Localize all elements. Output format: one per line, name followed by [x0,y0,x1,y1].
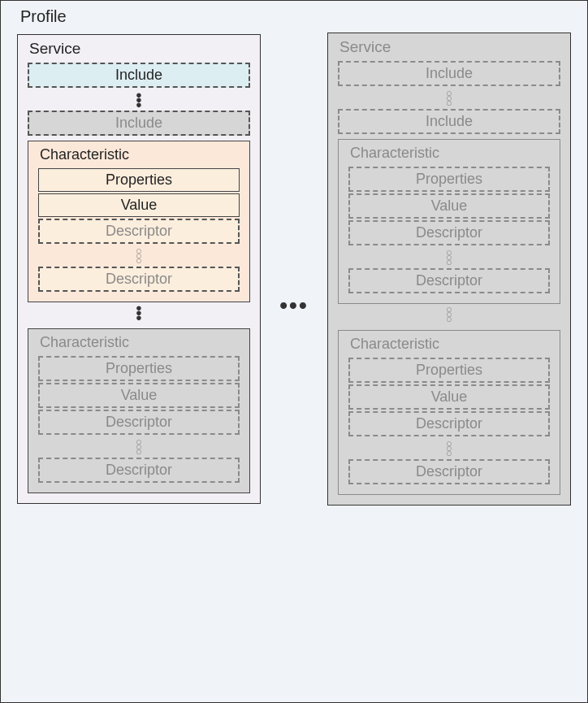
vertical-ellipsis-icon: ○○○ [38,436,240,458]
value-box: Value [38,193,240,217]
properties-box: Properties [38,168,240,192]
properties-box: Properties [38,356,240,381]
profile-title: Profile [20,7,571,26]
properties-box: Properties [348,358,550,383]
characteristic-title: Characteristic [350,336,550,353]
characteristic-title: Characteristic [40,146,240,163]
value-box: Value [348,193,550,219]
vertical-ellipsis-icon: ○○○ [338,88,560,109]
include-box: Include [28,63,250,88]
services-row: Service Include ●●● Include Characterist… [17,33,571,506]
characteristic-primary: Characteristic Properties Value Descript… [28,141,250,302]
descriptor-box: Descriptor [38,410,240,435]
descriptor-box: Descriptor [38,219,240,244]
characteristic-title: Characteristic [40,334,240,351]
characteristic-title: Characteristic [350,145,550,162]
service-title: Service [339,38,560,56]
profile-container: Profile Service Include ●●● Include Char… [0,0,588,703]
include-box: Include [28,111,250,136]
descriptor-box: Descriptor [348,268,550,293]
service-faded: Service Include ○○○ Include Characterist… [327,33,571,506]
service-title: Service [29,40,250,58]
vertical-ellipsis-icon: ○○○ [348,438,550,459]
vertical-ellipsis-icon: ○○○ [38,245,240,267]
descriptor-box: Descriptor [38,458,240,483]
include-box: Include [338,109,560,134]
descriptor-box: Descriptor [348,459,550,484]
vertical-ellipsis-icon: ○○○ [338,304,560,325]
vertical-ellipsis-icon: ●●● [28,302,250,323]
value-box: Value [38,383,240,408]
characteristic-faded: Characteristic Properties Value Descript… [338,139,560,304]
include-box: Include [338,61,560,86]
horizontal-ellipsis-icon: ••• [275,293,313,319]
vertical-ellipsis-icon: ○○○ [348,247,550,268]
properties-box: Properties [348,167,550,192]
vertical-ellipsis-icon: ●●● [28,89,250,111]
value-box: Value [348,384,550,410]
descriptor-box: Descriptor [348,220,550,245]
descriptor-box: Descriptor [348,411,550,436]
service-primary: Service Include ●●● Include Characterist… [17,34,261,504]
characteristic-faded: Characteristic Properties Value Descript… [28,328,250,493]
descriptor-box: Descriptor [38,267,240,292]
characteristic-faded: Characteristic Properties Value Descript… [338,330,560,495]
